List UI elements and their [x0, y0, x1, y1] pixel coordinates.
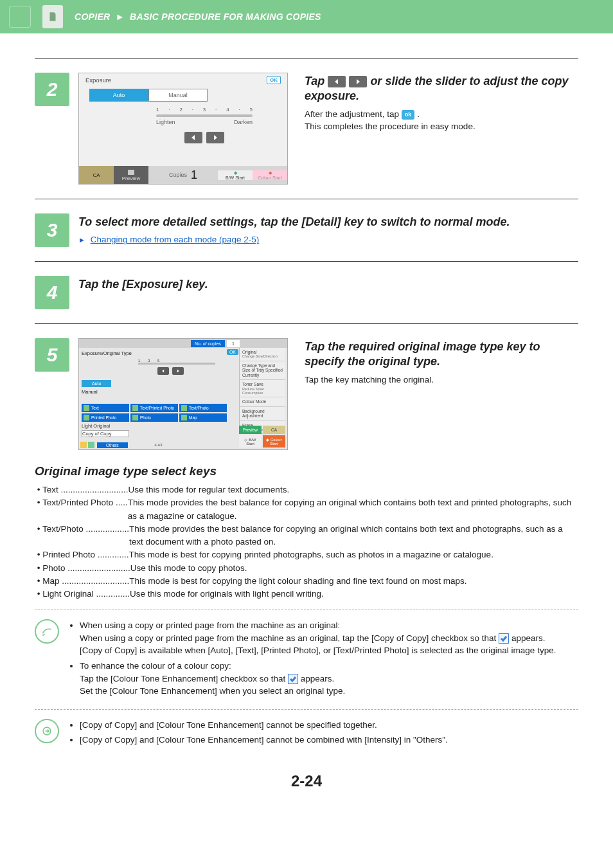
restriction-b: [Copy of Copy] and [Colour Tone Enhancem… [80, 734, 578, 746]
step-4: 4 Tap the [Exposure] key. [35, 276, 578, 309]
definition-desc: This mode is best for copying printed ph… [129, 548, 578, 561]
section-icon [42, 5, 63, 28]
colour-start-button[interactable]: ◆ Colour Start [253, 170, 287, 180]
divider [35, 199, 578, 199]
tick: 3 [203, 107, 206, 113]
link-changing-mode[interactable]: Changing mode from each mode (page 2-5) [91, 235, 260, 244]
type-printed-photo[interactable]: Printed Photo [82, 413, 129, 422]
decrease-button[interactable] [157, 367, 169, 375]
definition-row: • Text ............................Use t… [35, 484, 578, 496]
divider [35, 261, 578, 262]
definition-desc: This mode provides the best balance for … [129, 523, 578, 549]
type-text[interactable]: Text [82, 404, 129, 412]
definition-desc: Use this mode for originals with light p… [130, 588, 578, 601]
definition-desc: This mode is best for copying the light … [129, 575, 578, 588]
screenshot-exposure-easy: Exposure OK Auto Manual 1· 2· 3· 4· 5 [78, 73, 288, 185]
step-number: 2 [35, 73, 69, 106]
tick: 1 [156, 107, 159, 113]
bw-start-button[interactable]: ◇ B/WStart [239, 435, 262, 448]
divider [35, 58, 578, 59]
tick: 2 [179, 107, 182, 113]
breadcrumb-page[interactable]: BASIC PROCEDURE FOR MAKING COPIES [130, 12, 321, 22]
decrease-button[interactable] [184, 132, 202, 143]
no-of-copies-value[interactable]: 1 [227, 340, 240, 347]
definition-row: • Printed Photo .............This mode i… [35, 548, 578, 561]
definition-term: • Text ............................ [35, 484, 129, 496]
step-number: 4 [35, 276, 69, 309]
note-colour-tone: To enhance the colour of a colour copy: … [80, 660, 578, 698]
step-number: 5 [35, 338, 69, 372]
original-type-definitions: • Text ............................Use t… [35, 484, 578, 601]
breadcrumb-section[interactable]: COPIER [75, 12, 110, 22]
panel-colour-mode[interactable]: Colour Mode [240, 397, 285, 406]
breadcrumb: COPIER ► BASIC PROCEDURE FOR MAKING COPI… [75, 12, 321, 22]
shot-title: Exposure [85, 77, 111, 84]
checkbox-checked-icon [288, 674, 298, 684]
others-button[interactable]: Others [97, 442, 128, 448]
copies-display: Copies 1 [148, 168, 218, 182]
type-light-original[interactable]: Light Original [82, 423, 129, 429]
page-number: 2-24 [35, 772, 578, 790]
tick: 4 [226, 107, 229, 113]
divider [35, 323, 578, 324]
no-of-copies-label: No. of copies [191, 340, 225, 347]
definition-row: • Photo ..........................Use th… [35, 562, 578, 575]
label-darken: Darken [234, 119, 253, 125]
bw-start-button[interactable]: ◆ B/W Start [218, 170, 253, 180]
panel-toner-save[interactable]: Toner Save Reduce Toner Consumption [240, 380, 285, 397]
dashed-divider [35, 709, 578, 710]
back-button[interactable] [9, 6, 31, 28]
step-description: After the adjustment, tap ok . This comp… [305, 108, 578, 133]
panel-background-adj[interactable]: Background Adjustment [240, 407, 285, 421]
eco-icon[interactable] [88, 442, 94, 448]
ok-button[interactable]: OK [267, 76, 281, 84]
type-photo[interactable]: Photo [130, 413, 178, 422]
exposure-original-type-label: Exposure/Original Type [82, 350, 242, 356]
header-bar: COPIER ► BASIC PROCEDURE FOR MAKING COPI… [0, 0, 613, 33]
label-lighten: Lighten [156, 119, 175, 125]
auto-button[interactable]: Auto [82, 380, 111, 387]
definition-row: • Text/Photo ..................This mode… [35, 523, 578, 549]
svg-rect-0 [128, 170, 134, 175]
screenshot-exposure-normal: No. of copies 1 OK Exposure/Original Typ… [78, 338, 288, 450]
type-text-printed-photo[interactable]: Text/Printed Photo [130, 404, 178, 412]
colour-start-button[interactable]: ◆ ColourStart [263, 435, 285, 448]
type-copy-of-copy[interactable]: Copy of Copy [82, 430, 129, 437]
definition-desc: This mode provides the best balance for … [128, 496, 578, 523]
type-map[interactable]: Map [179, 413, 227, 422]
definition-term: • Photo .......................... [35, 562, 130, 575]
step-title: Tap the [Exposure] key. [78, 277, 578, 292]
tab-manual[interactable]: Manual [148, 89, 208, 102]
preview-button[interactable]: Preview [239, 426, 262, 434]
definition-term: • Light Original .............. [35, 588, 130, 601]
note-info: When using a copy or printed page from t… [35, 619, 578, 700]
increase-button[interactable] [206, 132, 224, 143]
panel-change-tray[interactable]: Change Type and Size of Tray Specified C… [240, 361, 285, 380]
type-text-photo[interactable]: Text/Photo [179, 404, 227, 412]
definition-desc: Use this mode for regular text documents… [129, 484, 578, 496]
note-restriction: [Copy of Copy] and [Colour Tone Enhancem… [35, 719, 578, 749]
step-number: 3 [35, 213, 69, 247]
definition-term: • Map ............................ [35, 575, 129, 588]
tab-auto[interactable]: Auto [89, 89, 148, 102]
tick: 5 [250, 107, 253, 113]
left-arrow-icon [328, 76, 346, 87]
definition-row: • Text/Printed Photo .....This mode prov… [35, 496, 578, 523]
ca-button[interactable]: CA [79, 166, 114, 184]
paper-indicator: 4 A3 [155, 443, 163, 447]
manual-label: Manual [82, 389, 242, 395]
link-arrow-icon: ► [78, 236, 85, 244]
checkbox-checked-icon [499, 633, 509, 644]
breadcrumb-separator-icon: ► [116, 12, 125, 22]
exposure-slider[interactable]: 1 · · · 3 · · · 5 [138, 359, 215, 365]
panel-original[interactable]: Original Change Size/Direction [240, 348, 285, 361]
favorite-icon[interactable] [80, 442, 87, 448]
exposure-slider[interactable]: 1· 2· 3· 4· 5 Lighten Darken [156, 107, 253, 143]
definition-row: • Map ............................This m… [35, 575, 578, 588]
definition-term: • Text/Printed Photo ..... [35, 496, 128, 509]
definition-term: • Text/Photo .................. [35, 523, 129, 536]
ok-pill-icon: ok [402, 110, 415, 120]
increase-button[interactable] [172, 367, 184, 375]
ca-button[interactable]: CA [263, 426, 285, 434]
preview-button[interactable]: Preview [114, 166, 148, 184]
